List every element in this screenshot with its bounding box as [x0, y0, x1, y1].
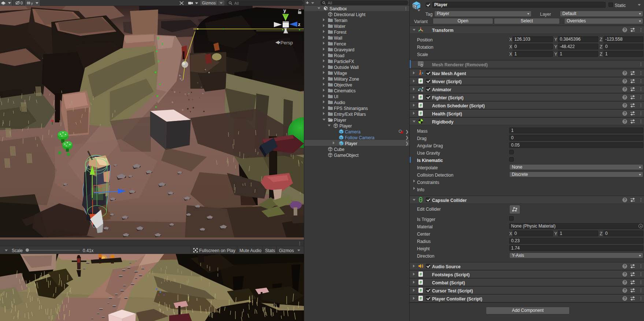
svg-text:#: # [420, 95, 422, 99]
svg-text:z: z [298, 22, 301, 27]
svg-text:Persp: Persp [280, 40, 293, 45]
svg-text:#: # [420, 288, 422, 292]
svg-text:y: y [283, 8, 286, 13]
svg-text:y: y [31, 1, 33, 5]
svg-text:#: # [420, 272, 422, 276]
svg-text:#: # [420, 111, 422, 115]
svg-text:#: # [420, 79, 422, 83]
svg-text:#: # [420, 280, 422, 284]
svg-text:#: # [420, 296, 422, 300]
svg-text:0: 0 [21, 1, 23, 5]
svg-text:#: # [420, 103, 422, 107]
